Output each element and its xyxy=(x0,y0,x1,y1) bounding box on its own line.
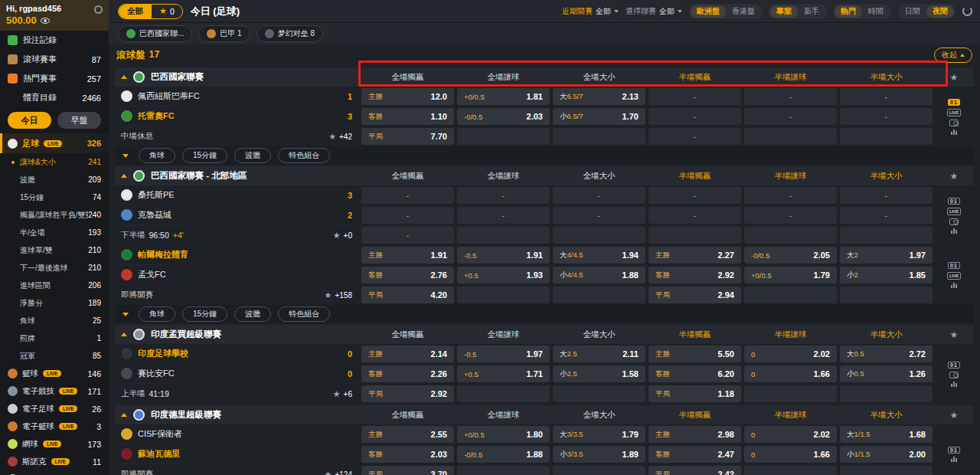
odds-cell[interactable]: 02.02 xyxy=(744,426,837,443)
odds-cell[interactable]: - xyxy=(744,187,837,204)
extra-market-tab[interactable]: 波膽 xyxy=(234,148,271,163)
toggle-option[interactable]: 夜間 xyxy=(926,5,954,18)
sidebar-market-item[interactable]: 角球25 xyxy=(0,312,109,329)
odds-cell[interactable]: 主勝2.98 xyxy=(648,426,741,443)
odds-cell[interactable]: - xyxy=(744,207,837,224)
odds-cell[interactable]: - xyxy=(840,207,933,224)
odds-cell[interactable]: - xyxy=(457,207,550,224)
odds-cell[interactable]: 主勝2.27 xyxy=(648,247,741,264)
sidebar-item-sport[interactable]: 羽毛球LIVE26 xyxy=(0,470,109,475)
sidebar-market-item[interactable]: 進球單/雙210 xyxy=(0,241,109,259)
odds-cell[interactable]: +0/0.51.81 xyxy=(457,88,550,105)
extra-market-tab[interactable]: 特色組合 xyxy=(278,306,330,322)
odds-format-icon[interactable]: 01 xyxy=(948,262,960,269)
home-team-row[interactable]: 印度足球學校0 xyxy=(115,344,360,364)
odds-cell[interactable]: - xyxy=(648,128,741,145)
odds-format-icon[interactable]: 01 xyxy=(948,447,960,454)
odds-cell[interactable]: +0.51.93 xyxy=(457,267,550,283)
live-stream-icon[interactable]: LIVE xyxy=(947,272,961,280)
league-favorite-star[interactable]: ★ xyxy=(934,171,974,182)
odds-cell[interactable]: 客勝6.20 xyxy=(648,365,741,382)
all-filter-button[interactable]: 全部 xyxy=(119,5,152,18)
chevron-down-icon[interactable] xyxy=(122,154,129,158)
odds-cell[interactable]: 大2.52.11 xyxy=(553,346,645,362)
odds-cell[interactable]: +0/0.51.80 xyxy=(457,426,550,443)
sidebar-item[interactable]: 熱門賽事257 xyxy=(0,69,109,88)
stats-icon[interactable] xyxy=(951,129,957,135)
sidebar-market-item[interactable]: 淨勝分189 xyxy=(0,294,109,312)
early-markets-button[interactable]: 早盤 xyxy=(57,112,101,129)
odds-cell[interactable]: 小1/1.52.00 xyxy=(840,446,933,463)
odds-cell[interactable]: - xyxy=(840,108,933,125)
away-team-row[interactable]: 孟戈FC xyxy=(115,265,360,285)
league-chip[interactable]: 巴甲 1 xyxy=(198,25,250,42)
sidebar-market-item[interactable]: 獨贏/讓球胜平負/雙重...240 xyxy=(0,206,109,224)
collapse-button[interactable]: 收起 xyxy=(934,48,972,63)
odds-cell[interactable]: -0/0.52.05 xyxy=(744,247,837,264)
odds-cell[interactable]: - xyxy=(648,88,741,105)
odds-cell[interactable]: 大4/4.51.94 xyxy=(553,247,645,264)
sidebar-market-item[interactable]: 下一/最後進球210 xyxy=(0,259,109,277)
recent-kickoff-dropdown[interactable]: 近期開賽 全部 xyxy=(562,6,619,17)
home-team-row[interactable]: 佩西紐斯巴蒂FC1 xyxy=(115,87,360,106)
sidebar-market-item[interactable]: 半/全場193 xyxy=(0,224,109,241)
toggle-option[interactable]: 日間 xyxy=(899,5,926,18)
live-stream-icon[interactable]: LIVE xyxy=(947,109,961,116)
extra-market-tab[interactable]: 特色組合 xyxy=(278,148,330,163)
toggle-option[interactable]: 時間 xyxy=(862,5,890,18)
odds-cell[interactable]: - xyxy=(361,227,454,244)
today-button[interactable]: 今日 xyxy=(8,112,51,129)
sidebar-market-item[interactable]: 15分鐘74 xyxy=(0,188,109,206)
odds-cell[interactable]: 大1/1.51.68 xyxy=(840,426,933,443)
home-team-row[interactable]: CISF保衛者 xyxy=(115,424,360,444)
camera-icon[interactable] xyxy=(949,372,959,378)
odds-cell[interactable]: 主勝12.0 xyxy=(361,88,454,105)
sidebar-market-item[interactable]: 進球區間206 xyxy=(0,277,109,294)
league-favorite-star[interactable]: ★ xyxy=(934,329,974,340)
odds-cell[interactable]: -0.51.91 xyxy=(457,247,550,264)
odds-cell[interactable]: 小21.85 xyxy=(840,267,933,283)
more-bets-button[interactable]: ★+0 xyxy=(333,231,352,241)
account-icon[interactable] xyxy=(94,5,103,14)
odds-cell[interactable]: - xyxy=(840,88,933,105)
odds-cell[interactable]: +0.51.71 xyxy=(457,365,550,382)
league-title[interactable]: 印度德里超級聯賽 xyxy=(115,409,360,421)
odds-cell[interactable]: 大0.52.72 xyxy=(840,346,933,362)
odds-cell[interactable]: - xyxy=(553,207,645,224)
camera-icon[interactable] xyxy=(949,120,959,126)
odds-cell[interactable]: 主勝5.50 xyxy=(648,346,741,362)
sidebar-item-sport[interactable]: 斯諾克LIVE11 xyxy=(0,453,109,470)
live-stream-icon[interactable]: LIVE xyxy=(947,208,961,215)
odds-format-icon[interactable]: 01 xyxy=(948,362,960,369)
toggle-option[interactable]: 專業 xyxy=(770,5,798,18)
odds-cell[interactable]: 大6.5/72.13 xyxy=(553,88,645,105)
more-bets-button[interactable]: ★+6 xyxy=(333,389,352,399)
odds-cell[interactable]: -0/0.52.03 xyxy=(457,108,550,125)
extra-market-tab[interactable]: 波膽 xyxy=(234,306,271,322)
toggle-option[interactable]: 香港盤 xyxy=(726,5,761,18)
odds-cell[interactable]: - xyxy=(840,187,933,204)
sidebar-market-item[interactable]: 罰牌1 xyxy=(0,329,109,347)
odds-cell[interactable]: - xyxy=(553,187,645,204)
odds-cell[interactable]: 客勝1.10 xyxy=(361,108,454,125)
toggle-group[interactable]: 專業新手 xyxy=(769,4,827,19)
toggle-group[interactable]: 歐洲盤香港盤 xyxy=(689,4,763,19)
sidebar-item-sport[interactable]: 網球LIVE173 xyxy=(0,435,109,453)
league-title[interactable]: 巴西國家聯賽 - 北部地區 xyxy=(115,170,360,182)
sidebar-market-item[interactable]: 波膽209 xyxy=(0,171,109,188)
sidebar-item[interactable]: 滾球賽事87 xyxy=(0,50,109,69)
odds-cell[interactable]: - xyxy=(648,207,741,224)
away-team-row[interactable]: 托雷奧FC3 xyxy=(115,106,360,126)
odds-cell[interactable]: - xyxy=(457,187,550,204)
league-title[interactable]: 印度孟買超級聯賽 xyxy=(115,329,360,340)
toggle-group[interactable]: 日間夜間 xyxy=(897,4,956,19)
odds-cell[interactable]: 大21.97 xyxy=(840,247,933,264)
odds-cell[interactable]: - xyxy=(744,88,837,105)
more-bets-button[interactable]: ★+124 xyxy=(325,470,352,475)
odds-cell[interactable]: - xyxy=(361,187,454,204)
odds-cell[interactable]: 01.66 xyxy=(744,365,837,382)
odds-cell[interactable]: 平局2.92 xyxy=(361,385,454,402)
odds-cell[interactable]: 客勝2.76 xyxy=(361,267,454,283)
extra-market-tab[interactable]: 角球 xyxy=(139,306,175,322)
chevron-down-icon[interactable] xyxy=(122,313,129,316)
